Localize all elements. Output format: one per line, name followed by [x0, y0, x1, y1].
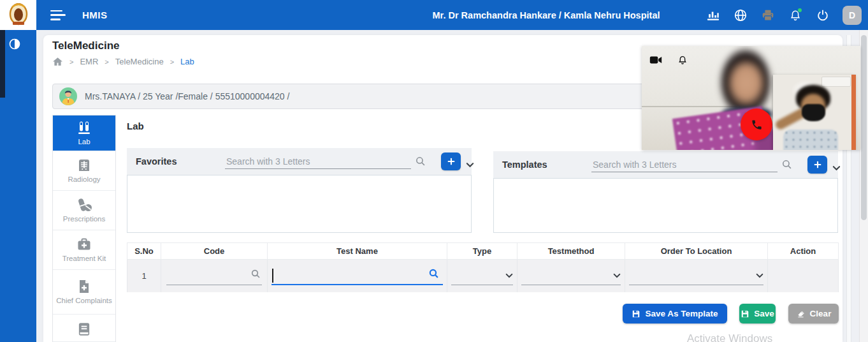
breadcrumb-separator: >	[69, 58, 73, 66]
col-header-type: Type	[447, 242, 517, 260]
test-name-search-input[interactable]	[271, 269, 443, 285]
patient-summary: Mrs.TANAYA / 25 Year /Female / 555100000…	[85, 91, 289, 101]
col-header-sno: S.No	[127, 242, 161, 260]
cell-sno: 1	[127, 260, 161, 292]
chevron-down-icon[interactable]	[832, 162, 841, 174]
left-rail	[0, 30, 36, 342]
col-header-testmethod: Testmethod	[517, 242, 625, 260]
col-header-action: Action	[768, 242, 839, 260]
page-scrollbar[interactable]	[859, 30, 868, 342]
save-icon	[741, 309, 749, 318]
sidebar-item-chief-complaints[interactable]: Chief Complaints	[53, 270, 115, 315]
breadcrumb-lab[interactable]: Lab	[180, 57, 194, 66]
app-brand: HMIS	[82, 10, 108, 20]
breadcrumb-separator: >	[105, 58, 108, 66]
favorites-list[interactable]	[127, 175, 472, 233]
sidebar-item-notes[interactable]	[53, 315, 115, 342]
lab-orders-table: S.No Code Test Name Type Testmethod Orde…	[127, 242, 839, 292]
testmethod-select[interactable]	[521, 269, 621, 285]
lab-tubes-icon	[76, 120, 92, 135]
add-favorite-button[interactable]	[441, 152, 461, 170]
templates-panel: Templates	[493, 151, 838, 233]
templates-search-input[interactable]	[591, 158, 778, 172]
emr-sidebar-menu: Lab Radiology Prescriptions Treatment Ki…	[52, 115, 116, 342]
home-icon[interactable]	[52, 57, 63, 66]
breadcrumb-separator: >	[170, 58, 174, 66]
save-as-template-label: Save As Template	[645, 309, 718, 318]
globe-icon[interactable]	[733, 8, 748, 23]
rail-dark-strip	[0, 30, 5, 98]
search-icon[interactable]	[781, 159, 792, 172]
sidebar-item-prescriptions[interactable]: Prescriptions	[53, 191, 115, 230]
page-title: TeleMedicine	[52, 40, 120, 52]
add-template-button[interactable]	[807, 156, 827, 174]
search-icon[interactable]	[415, 156, 426, 169]
patient-avatar	[59, 87, 77, 105]
breadcrumb-emr[interactable]: EMR	[80, 57, 98, 66]
power-icon[interactable]	[815, 8, 830, 23]
hospital-logo	[0, 0, 36, 30]
sidebar-item-label: Chief Complaints	[54, 297, 115, 305]
sidebar-item-radiology[interactable]: Radiology	[53, 151, 115, 191]
eraser-icon	[796, 309, 806, 318]
menu-hamburger-icon[interactable]	[50, 10, 66, 20]
doctor-video-mask	[802, 104, 825, 121]
sidebar-item-lab[interactable]: Lab	[53, 115, 115, 151]
sidebar-item-label: Lab	[75, 138, 92, 146]
doctor-video-shirt	[783, 130, 838, 150]
chevron-down-icon	[756, 269, 763, 281]
save-button[interactable]: Save	[739, 304, 776, 323]
save-as-template-button[interactable]: Save As Template	[623, 304, 727, 323]
chevron-down-icon	[505, 269, 513, 281]
order-to-location-select[interactable]	[629, 269, 763, 285]
save-label: Save	[754, 309, 774, 318]
pip-ac-unit	[821, 77, 851, 87]
col-header-test-name: Test Name	[268, 242, 447, 260]
scrollbar-thumb[interactable]	[861, 35, 867, 220]
hospital-crest-icon	[8, 3, 29, 27]
bar-chart-icon[interactable]	[705, 8, 721, 23]
templates-header: Templates	[493, 151, 838, 178]
table-row: 1	[127, 260, 839, 292]
cell-action	[768, 260, 839, 292]
video-call-overlay	[642, 46, 860, 150]
hang-up-call-button[interactable]	[741, 108, 772, 140]
call-bell-icon[interactable]	[676, 54, 689, 66]
user-avatar[interactable]: D	[843, 6, 862, 25]
col-header-code: Code	[161, 242, 268, 260]
doctor-hospital-title: Mr. Dr Ramchandra Hankare / Kamla Nehru …	[393, 10, 699, 20]
phone-icon	[751, 119, 763, 131]
video-camera-icon[interactable]	[649, 54, 662, 66]
sidebar-item-label: Radiology	[65, 175, 103, 184]
breadcrumb-telemedicine[interactable]: TeleMedicine	[115, 57, 164, 66]
treatment-kit-icon	[76, 237, 92, 252]
cell-type	[447, 260, 517, 292]
top-navbar: HMIS Mr. Dr Ramchandra Hankare / Kamla N…	[36, 0, 868, 30]
sidebar-item-label: Treatment Kit	[60, 255, 109, 263]
sidebar-item-label: Prescriptions	[61, 215, 108, 223]
clear-label: Clear	[810, 309, 832, 318]
breadcrumb: > EMR > TeleMedicine > Lab	[52, 57, 194, 66]
type-select[interactable]	[451, 269, 513, 285]
chevron-down-icon	[613, 269, 621, 281]
cell-test-name	[268, 260, 447, 292]
notification-dot	[798, 8, 802, 12]
patient-video-face	[726, 60, 767, 111]
section-title: Lab	[127, 121, 144, 131]
cell-code	[161, 260, 268, 292]
search-icon[interactable]	[250, 269, 261, 281]
sidebar-item-treatment-kit[interactable]: Treatment Kit	[53, 230, 115, 270]
bell-icon[interactable]	[788, 8, 803, 23]
chevron-down-icon[interactable]	[466, 159, 474, 170]
printer-icon[interactable]	[760, 8, 776, 23]
self-view-video[interactable]	[773, 75, 856, 150]
table-header-row: S.No Code Test Name Type Testmethod Orde…	[127, 242, 839, 260]
save-icon	[632, 309, 640, 318]
theme-contrast-icon[interactable]	[8, 38, 21, 50]
templates-list[interactable]	[493, 178, 838, 233]
search-icon[interactable]	[428, 268, 439, 281]
favorites-panel: Favorites	[127, 148, 472, 233]
favorites-search-input[interactable]	[225, 154, 411, 169]
clear-button[interactable]: Clear	[788, 304, 839, 323]
code-search-input[interactable]	[166, 269, 262, 285]
